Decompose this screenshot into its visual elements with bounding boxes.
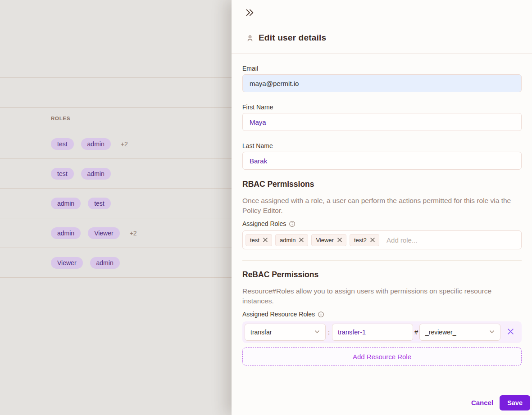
chevron-down-icon [489,329,495,336]
role-chip: admin [90,257,120,269]
rbac-section-description: Once assigned with a role, a user can pe… [242,196,523,216]
email-label: Email [242,65,258,72]
info-icon[interactable] [289,221,296,227]
users-page-background: ROLES test admin +2 test admin admin tes… [0,0,232,415]
chip-label: test2 [354,237,367,243]
last-name-field[interactable] [242,152,522,170]
table-row: test admin [0,159,232,189]
assigned-resource-roles-label: Assigned Resource Roles [242,311,315,318]
resource-instance-separator: : [326,329,332,336]
assigned-resource-roles-label-row: Assigned Resource Roles [242,311,324,318]
add-resource-role-button[interactable]: Add Resource Role [242,347,522,365]
edit-user-drawer: Edit user details Email First Name Last … [232,0,532,415]
role-chip: admin [51,227,81,239]
rebac-section-heading: ReBAC Permissions [242,270,318,280]
role-chip: test [51,138,74,150]
collapse-drawer-button[interactable] [245,8,255,18]
resource-role-select-value: _reviewer_ [425,329,456,336]
double-chevron-right-icon [245,12,255,19]
assigned-role-chip: Viewer [311,234,346,246]
divider [242,260,522,261]
remove-role-icon[interactable] [263,238,268,242]
role-chip: Viewer [88,227,120,239]
resource-role-row: transfar : # _reviewer_ [242,321,522,343]
save-button[interactable]: Save [500,395,530,410]
instance-role-separator: # [413,329,419,336]
rbac-section-heading: RBAC Permissions [242,180,314,189]
table-row: admin test [0,189,232,218]
assigned-roles-label-row: Assigned Roles [242,220,296,227]
resource-select-value: transfar [250,329,272,336]
info-icon[interactable] [318,311,324,318]
more-roles-count: +2 [121,140,128,148]
role-chip: admin [51,198,81,209]
first-name-label: First Name [242,104,273,111]
more-roles-count: +2 [130,230,137,237]
table-row: Viewer admin [0,248,232,278]
cancel-button[interactable]: Cancel [471,399,493,406]
role-chip: test [51,168,74,180]
drawer-footer: Cancel Save [232,390,532,415]
chip-label: admin [280,237,296,243]
role-chip: test [88,198,111,209]
assigned-role-chip: admin [275,234,308,246]
assigned-role-chip: test [246,234,272,246]
remove-role-icon[interactable] [299,238,304,242]
email-field[interactable] [242,74,522,92]
roles-column-header: ROLES [51,116,70,121]
first-name-field[interactable] [242,113,522,131]
resource-select[interactable]: transfar [245,324,326,341]
chip-label: Viewer [316,237,334,243]
user-icon [246,34,254,42]
add-role-input[interactable] [386,236,518,244]
assigned-role-chip: test2 [350,234,379,246]
divider [232,53,532,54]
table-row: admin Viewer +2 [0,218,232,248]
resource-role-select[interactable]: _reviewer_ [419,324,500,341]
resource-instance-field[interactable] [332,324,413,341]
role-chip: Viewer [51,257,83,269]
close-icon [507,328,514,337]
remove-role-icon[interactable] [370,238,375,242]
assigned-roles-label: Assigned Roles [242,220,286,227]
table-header-roles: ROLES [0,107,232,129]
role-chip: admin [81,168,111,180]
last-name-label: Last Name [242,142,273,149]
table-row: test admin +2 [0,129,232,159]
chip-label: test [250,237,259,243]
chevron-down-icon [314,329,320,336]
assigned-roles-input[interactable]: test admin Viewer test2 [242,230,522,249]
divider [0,77,232,78]
rebac-section-description: Resource#Roles allow you to assign users… [242,286,523,306]
drawer-title: Edit user details [259,33,326,43]
remove-resource-role-button[interactable] [507,328,514,337]
remove-role-icon[interactable] [337,238,342,242]
role-chip: admin [81,138,111,150]
